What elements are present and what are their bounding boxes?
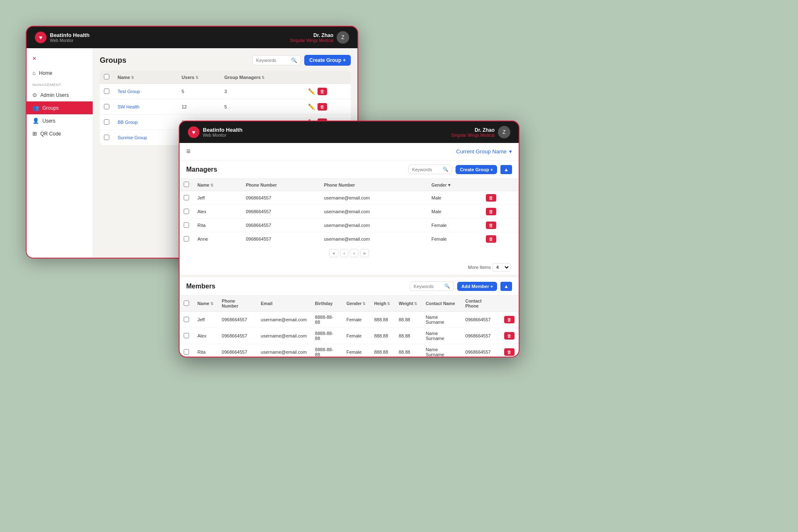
search-box-back[interactable]: 🔍 <box>252 55 301 65</box>
collapse-members-button[interactable]: ▲ <box>500 282 512 291</box>
delete-member-button[interactable]: 🗑 <box>504 316 515 323</box>
create-group-label: Create Group <box>309 57 341 63</box>
page-last-btn[interactable]: » <box>360 249 369 257</box>
edit-group-button[interactable]: ✏️ <box>307 103 316 111</box>
table-row: Alex 0968664557 username@email.com 8888-… <box>180 328 519 344</box>
managers-section-header: Managers 🔍 Create Group + ▲ <box>180 160 519 179</box>
close-icon[interactable]: × <box>27 53 93 66</box>
gender-filter: Gender ▾ <box>431 182 478 187</box>
page-first-btn[interactable]: « <box>329 249 338 257</box>
brand-logo-front: ♥ Beatinfo Health Web Monitor <box>188 126 242 138</box>
members-title: Members <box>186 283 215 290</box>
user-org: Singular Wings Medical <box>290 38 334 43</box>
more-items-label: More Items <box>468 265 491 270</box>
table-row: Rita 0968664557 username@email.com Femal… <box>180 219 519 232</box>
brand-name-front: Beatinfo Health <box>203 127 242 133</box>
managers-col-name: Name <box>197 182 209 187</box>
select-all-checkbox[interactable] <box>104 74 109 79</box>
brand-icon-front: ♥ <box>188 126 200 138</box>
plus-icon: + <box>343 57 346 63</box>
more-items-select[interactable]: 4 8 16 <box>493 263 510 271</box>
manager-row-checkbox[interactable] <box>184 195 189 200</box>
sidebar-item-home[interactable]: ⌂ Home <box>27 66 93 79</box>
managers-title: Managers <box>186 166 217 173</box>
search-input-back[interactable] <box>256 58 289 63</box>
group-name-selector[interactable]: Current Group Name ▾ <box>456 148 512 155</box>
page-title: Groups <box>100 56 126 65</box>
groups-icon: 👥 <box>32 105 39 111</box>
search-icon: 🔍 <box>291 57 297 63</box>
sidebar-item-groups[interactable]: 👥 Groups <box>27 101 93 114</box>
avatar: Z <box>337 31 349 44</box>
members-search-input[interactable] <box>414 284 443 289</box>
page-prev-btn[interactable]: ‹ <box>340 249 348 257</box>
sort-managers-icon: ⇅ <box>261 76 265 80</box>
create-group-button-back[interactable]: Create Group + <box>304 55 351 66</box>
members-col-phone: Phone Number <box>222 298 239 308</box>
sidebar-home-label: Home <box>39 70 52 76</box>
row-checkbox[interactable] <box>104 89 109 94</box>
row-checkbox[interactable] <box>104 135 109 140</box>
search-icon-managers: 🔍 <box>443 167 448 172</box>
sidebar-item-users[interactable]: 👤 Users <box>27 114 93 127</box>
members-col-height: Heigh <box>374 301 386 306</box>
group-name-link[interactable]: SW Health <box>118 104 140 109</box>
top-bar-back: ♥ Beatinfo Health Web Monitor Dr. Zhao S… <box>27 27 357 48</box>
create-group-button-front[interactable]: Create Group + <box>456 165 497 174</box>
avatar-front: Z <box>498 126 510 138</box>
members-col-email: Email <box>261 301 273 306</box>
delete-member-button[interactable]: 🗑 <box>504 332 515 340</box>
members-col-name: Name <box>197 301 209 306</box>
delete-group-button[interactable]: 🗑 <box>318 103 327 111</box>
tablet-front: ♥ Beatinfo Health Web Monitor Dr. Zhao S… <box>179 121 520 357</box>
delete-member-button[interactable]: 🗑 <box>504 348 515 356</box>
hamburger-icon[interactable]: ≡ <box>186 147 191 156</box>
delete-group-button[interactable]: 🗑 <box>318 88 327 95</box>
front-top-toolbar: ≡ Current Group Name ▾ <box>180 143 519 160</box>
group-name-link[interactable]: Test Group <box>118 89 140 94</box>
members-col-birthday: Birthday <box>315 301 333 306</box>
members-toolbar: 🔍 Add Member + ▲ <box>410 281 512 291</box>
delete-manager-button[interactable]: 🗑 <box>486 235 496 243</box>
managers-select-all[interactable] <box>184 182 189 187</box>
search-icon-members: 🔍 <box>444 283 450 289</box>
gender-filter-icon[interactable]: ▾ <box>448 182 451 187</box>
manager-row-checkbox[interactable] <box>184 222 189 228</box>
page-next-btn[interactable]: › <box>350 249 358 257</box>
group-name-link[interactable]: BB Group <box>118 120 138 125</box>
manager-row-checkbox[interactable] <box>184 209 189 214</box>
col-users: Users <box>182 75 195 80</box>
member-row-checkbox[interactable] <box>184 333 189 338</box>
sidebar-item-qrcode[interactable]: ⊞ QR Code <box>27 127 93 140</box>
brand-sub-front: Web Monitor <box>203 133 242 138</box>
row-checkbox[interactable] <box>104 104 109 109</box>
member-row-checkbox[interactable] <box>184 317 189 322</box>
add-member-button[interactable]: Add Member + <box>457 282 497 291</box>
table-row: Alex 0968664557 username@email.com Male … <box>180 205 519 219</box>
managers-search-input[interactable] <box>412 167 441 172</box>
top-bar-front: ♥ Beatinfo Health Web Monitor Dr. Zhao S… <box>180 121 519 143</box>
table-row: Anne 0968664557 username@email.com Femal… <box>180 232 519 246</box>
managers-search-box[interactable]: 🔍 <box>408 165 452 174</box>
col-name: Name <box>118 75 130 80</box>
manager-row-checkbox[interactable] <box>184 236 189 241</box>
delete-manager-button[interactable]: 🗑 <box>486 208 496 215</box>
members-col-weight: Weight <box>399 301 413 306</box>
user-name-front: Dr. Zhao <box>451 127 495 133</box>
group-name-link[interactable]: Sunrise Group <box>118 135 147 140</box>
sort-name-icon: ⇅ <box>131 76 134 80</box>
managers-more-items: More Items 4 8 16 <box>180 261 519 274</box>
edit-group-button[interactable]: ✏️ <box>307 87 316 96</box>
row-checkbox[interactable] <box>104 119 109 125</box>
brand-sub: Web Monitor <box>50 38 89 43</box>
members-select-all[interactable] <box>184 300 189 306</box>
managers-section: Managers 🔍 Create Group + ▲ <box>180 160 519 274</box>
sidebar-item-admin-users[interactable]: ⊙ Admin Users <box>27 89 93 101</box>
members-search-box[interactable]: 🔍 <box>410 281 454 291</box>
members-section: Members 🔍 Add Member + ▲ <box>180 275 519 357</box>
managers-col-gender: Gender <box>431 182 447 187</box>
member-row-checkbox[interactable] <box>184 349 189 355</box>
delete-manager-button[interactable]: 🗑 <box>486 222 496 229</box>
delete-manager-button[interactable]: 🗑 <box>486 194 496 202</box>
collapse-managers-button[interactable]: ▲ <box>500 165 512 174</box>
